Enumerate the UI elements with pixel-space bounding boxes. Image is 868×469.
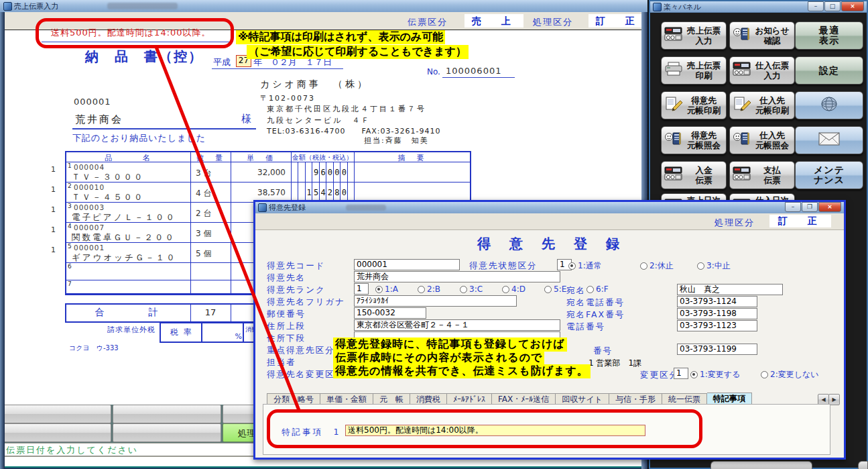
warehouse-number: 1	[51, 185, 56, 194]
function-button-1[interactable]	[3, 405, 111, 423]
document-title: 納 品 書（控）	[85, 48, 203, 66]
warehouse-number: 1	[51, 205, 56, 214]
close-button[interactable]: ×	[818, 202, 841, 212]
radio-option[interactable]: 1:変更する	[690, 369, 740, 380]
window-title: 売上伝票入力	[14, 1, 58, 11]
partial-button-bottom-1[interactable]	[710, 461, 812, 469]
addressee-fax-input[interactable]: 03-3793-1198	[677, 308, 757, 319]
slip-type-value[interactable]: 売 上	[464, 14, 523, 28]
warehouse-number: 1	[51, 225, 56, 234]
radio-option[interactable]: 2:B	[418, 284, 440, 294]
addressee-tel-input[interactable]: 03-3793-1124	[677, 296, 757, 307]
radio-option[interactable]: 3:C	[460, 284, 483, 294]
panel-button-label: 設定	[797, 66, 861, 76]
no-underline	[442, 77, 515, 78]
restore-button[interactable]: ❐	[802, 202, 818, 212]
col-qty: 数 量	[190, 153, 231, 163]
radio-label: 4:D	[511, 284, 525, 294]
deposit-slip-button[interactable]: 入金 伝票	[661, 161, 727, 189]
panel-button-label: 得意先 元帳印刷	[683, 95, 725, 115]
radio-option[interactable]: 2:変更しない	[761, 369, 819, 380]
unit-price: 38,570	[232, 188, 286, 197]
tel-label: 電話番号	[566, 321, 605, 333]
radio-option[interactable]: 1:A	[375, 284, 398, 294]
function-button-2[interactable]	[113, 405, 221, 423]
function-button-5[interactable]	[113, 423, 221, 442]
radio-option[interactable]: 1:通常	[568, 260, 602, 272]
invoice-row[interactable]: 1000004ＴＶ－３０００3 台32,00096000	[66, 162, 470, 183]
no-label: No.	[427, 67, 440, 76]
radio-option[interactable]: 4:D	[502, 284, 525, 294]
annotation-top-line-1: ※特記事項は印刷はされず、表示のみ可能	[236, 30, 445, 44]
tel-input[interactable]: 03-3793-1123	[677, 320, 757, 331]
partial-button-bottom-2[interactable]	[858, 461, 868, 469]
quantity: 4 台	[196, 188, 211, 199]
tax-rate-cell: 税 率	[160, 322, 204, 343]
notice-check-button[interactable]: お知らせ 確認	[729, 21, 795, 50]
cash-register-icon	[733, 166, 751, 184]
customer-ledger-print-button[interactable]: 得意先 元帳印刷	[661, 91, 727, 119]
customer-ledger-inquiry-button[interactable]: 得意先 元帳照会	[661, 126, 727, 154]
payment-slip-button[interactable]: 支払 伝票	[729, 161, 795, 189]
row-number: 4	[68, 223, 72, 229]
process-type-label: 処理区分	[715, 217, 755, 229]
mail-button[interactable]	[795, 126, 863, 154]
envelope-icon	[818, 131, 841, 150]
slip-number: 100006001	[446, 66, 501, 76]
sales-slip-entry-button[interactable]: 売上伝票 入力	[661, 21, 727, 50]
optimal-display-button[interactable]: 最適 表示	[795, 21, 863, 50]
row-number: 2	[68, 183, 72, 189]
purchase-slip-entry-button[interactable]: 仕入伝票 入力	[729, 56, 795, 85]
quantity: 5 個	[196, 248, 211, 260]
window-left-frame	[0, 12, 5, 469]
minimize-button[interactable]: –	[785, 202, 801, 212]
panel-button-label: 入金 伝票	[683, 165, 725, 185]
era-label: 平成	[213, 56, 231, 68]
customer-kana-input[interactable]: ｱﾗｲｼｮｳｶｲ	[354, 295, 517, 307]
amount-digit-cell	[347, 183, 355, 202]
maintenance-button[interactable]: メンテ ナンス	[795, 161, 863, 189]
tax-percent-cell[interactable]: %	[201, 322, 245, 343]
process-type-value[interactable]: 訂 正	[769, 215, 831, 227]
warehouse-number: 1	[51, 246, 56, 254]
redacted-area	[107, 3, 178, 9]
col-amount: 金額（税抜・税込）	[291, 153, 354, 162]
item-name: ＴＶ－４５００	[72, 192, 145, 203]
main-titlebar[interactable]: 売上伝票入力	[0, 0, 647, 13]
settings-button[interactable]: 設定	[795, 56, 863, 85]
radio-label: 2:B	[427, 284, 440, 294]
radio-option[interactable]: 2:休止	[640, 260, 674, 272]
tax-unit-label: 請求単位外税	[107, 325, 156, 335]
slip-type-label: 伝票区分	[408, 16, 448, 28]
radio-circle-icon	[697, 262, 704, 270]
quantity: 3 台	[196, 168, 211, 179]
customer-code: 000001	[74, 97, 111, 107]
radio-label: 1:通常	[578, 260, 602, 272]
annotation-top-line-2: （ご希望に応じて印刷することもできます）	[247, 45, 469, 59]
web-button[interactable]	[795, 91, 863, 119]
warehouse-number: 1	[51, 165, 56, 174]
annotation-box-special-note	[267, 409, 702, 448]
radio-option[interactable]: 6:F	[586, 284, 609, 294]
fax-input[interactable]: 03-3793-1199	[677, 344, 757, 355]
function-button-4[interactable]	[3, 423, 111, 442]
radio-option[interactable]: 3:中止	[697, 260, 731, 272]
radio-option[interactable]: 5:E	[544, 284, 566, 294]
addressee-label: 宛名	[566, 285, 586, 297]
globe-icon	[818, 95, 841, 115]
customer-name-input[interactable]: 荒井商会	[354, 271, 560, 282]
quantity: 2 台	[196, 208, 211, 219]
item-name: ギアウオッチＧ－１０	[72, 252, 177, 264]
radio-circle-icon	[761, 371, 768, 378]
supplier-ledger-print-button[interactable]: 仕入先 元帳印刷	[729, 91, 795, 119]
zip-input[interactable]: 150-0032	[354, 307, 426, 319]
panel-button-label: お知らせ 確認	[751, 25, 793, 46]
dialog-titlebar[interactable]: 得意先登録 –❐×	[255, 202, 844, 214]
process-type-value[interactable]: 訂 正	[588, 14, 647, 28]
warehouse-column: 11111	[51, 161, 62, 268]
sales-slip-print-button[interactable]: 売上伝票 印刷	[661, 56, 727, 85]
address1-input[interactable]: 東京都渋谷区鶯谷町２－４－１	[354, 319, 560, 331]
supplier-ledger-inquiry-button[interactable]: 仕入先 元帳照会	[729, 126, 795, 154]
addressee-input[interactable]: 秋山 真之	[677, 284, 783, 295]
radio-label: 1:変更する	[700, 369, 740, 380]
